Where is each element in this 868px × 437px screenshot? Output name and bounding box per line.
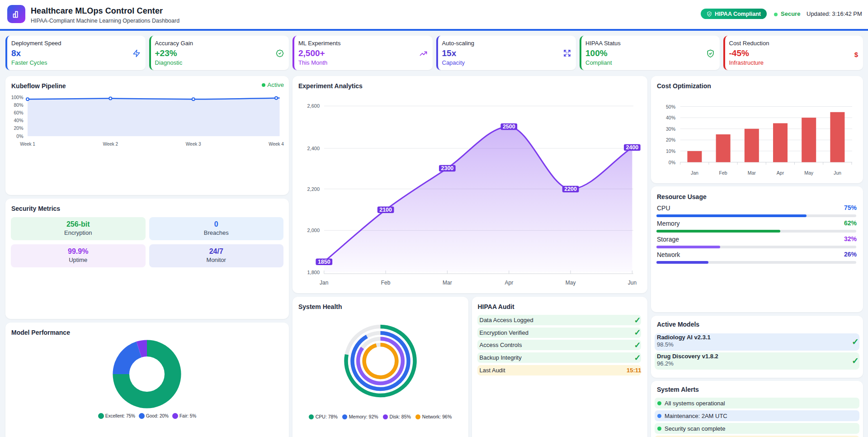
svg-text:Week 4: Week 4 [269,142,284,147]
svg-text:2,400: 2,400 [307,146,320,151]
svg-text:1850: 1850 [318,259,330,265]
svg-text:2500: 2500 [503,124,515,130]
svg-text:Jun: Jun [834,170,841,176]
svg-text:60%: 60% [14,110,23,115]
svg-text:20%: 20% [14,125,23,131]
svg-text:2400: 2400 [626,144,638,151]
svg-text:Feb: Feb [381,280,391,286]
svg-text:0%: 0% [16,133,23,139]
svg-text:2300: 2300 [441,165,453,171]
svg-text:2100: 2100 [379,207,392,213]
svg-text:10%: 10% [666,148,675,154]
svg-text:40%: 40% [14,118,23,123]
svg-text:2200: 2200 [564,186,577,192]
svg-text:Apr: Apr [777,170,784,176]
svg-text:20%: 20% [666,137,675,142]
svg-text:Mar: Mar [748,170,756,176]
svg-text:Week 2: Week 2 [103,142,118,147]
svg-text:0%: 0% [669,160,675,165]
svg-text:Week 3: Week 3 [186,142,201,147]
svg-text:40%: 40% [666,115,675,120]
svg-text:1,800: 1,800 [307,270,320,275]
svg-text:2,200: 2,200 [307,186,320,192]
svg-text:2,000: 2,000 [307,228,320,233]
svg-text:30%: 30% [666,126,675,132]
svg-text:Jan: Jan [320,280,328,286]
svg-text:Jun: Jun [628,280,637,286]
svg-text:Feb: Feb [719,170,727,176]
svg-text:Apr: Apr [505,280,513,286]
svg-text:Jan: Jan [691,170,698,176]
svg-text:Mar: Mar [443,280,452,286]
svg-text:Week 1: Week 1 [20,142,35,147]
svg-text:May: May [804,170,814,176]
svg-text:50%: 50% [666,104,675,109]
svg-text:80%: 80% [14,102,23,108]
svg-text:100%: 100% [11,95,24,100]
svg-text:May: May [566,280,576,286]
svg-text:2,600: 2,600 [307,103,320,109]
